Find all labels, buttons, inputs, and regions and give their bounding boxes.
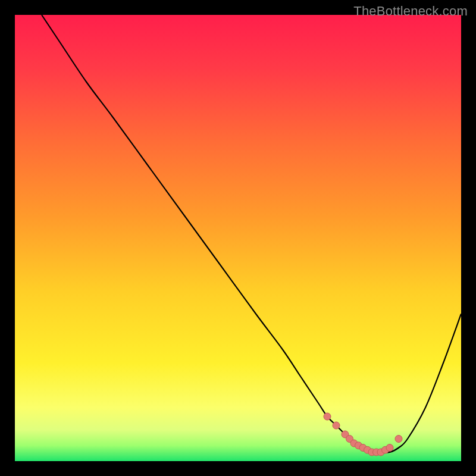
plot-area	[15, 15, 461, 461]
curve-marker	[333, 422, 340, 429]
curve-marker	[386, 444, 393, 452]
chart-container: TheBottleneck.com	[0, 0, 476, 476]
gradient-background	[15, 15, 461, 461]
chart-svg	[15, 15, 461, 461]
watermark-text: TheBottleneck.com	[353, 4, 468, 19]
curve-marker	[324, 413, 331, 420]
curve-marker	[395, 436, 402, 443]
